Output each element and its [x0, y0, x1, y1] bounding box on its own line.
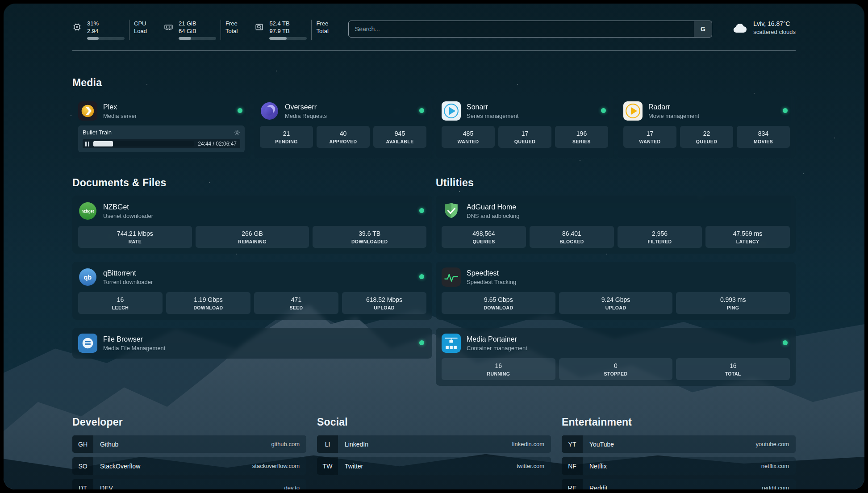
playback-bar: 24:44 / 02:06:47 — [83, 139, 240, 148]
section-title-developer: Developer — [72, 416, 306, 428]
bookmark-twitter[interactable]: TW Twitter twitter.com — [317, 457, 551, 475]
filebrowser-card[interactable]: File Browser Media File Management — [72, 328, 432, 359]
bookmark-abbr: YT — [562, 435, 583, 453]
adguard-icon — [442, 201, 461, 221]
gear-icon[interactable] — [234, 130, 240, 136]
bookmark-url: youtube.com — [756, 441, 789, 447]
service-desc: Series management — [467, 113, 518, 119]
radarr-card[interactable]: Radarr Movie management 17 WANTED 22 QUE… — [618, 96, 796, 158]
bookmark-url: netflix.com — [761, 463, 789, 469]
plex-status-dot — [238, 108, 242, 113]
memory-icon — [164, 22, 173, 40]
sonarr-card[interactable]: Sonarr Series management 485 WANTED 17 Q… — [436, 96, 614, 158]
bookmark-dev[interactable]: DT DEV dev.to — [72, 479, 306, 489]
playback-progress-track[interactable] — [93, 141, 194, 146]
stat-blocked: 86,401 BLOCKED — [530, 226, 614, 248]
bookmarks-section: Developer GH Github github.com SO StackO… — [72, 416, 796, 489]
stat-upload: 618.52 Mbps UPLOAD — [342, 292, 426, 314]
portainer-card[interactable]: Media Portainer Container management 16 … — [436, 328, 796, 386]
portainer-status-dot — [783, 340, 788, 345]
plex-titles: Plex Media server — [103, 103, 137, 119]
bookmark-reddit[interactable]: RE Reddit reddit.com — [562, 479, 796, 489]
bookmark-abbr: GH — [72, 435, 93, 453]
stat-download: 9.65 Gbps DOWNLOAD — [442, 292, 555, 314]
search-container: G — [348, 21, 712, 38]
sonarr-status-dot — [601, 108, 606, 113]
topbar-divider — [72, 50, 796, 51]
memory-total-value: 64 GiB — [179, 27, 216, 35]
overseerr-card[interactable]: Overseerr Media Requests 21 PENDING 40 A… — [254, 96, 432, 158]
cpu-usage-value: 31% — [87, 20, 125, 27]
service-name: qBittorrent — [103, 269, 153, 277]
media-card-grid: Plex Media server Bullet Train — [72, 96, 796, 158]
weather-text: Lviv, 16.87°C scattered clouds — [753, 20, 796, 35]
top-bar: 31% 2.94 CPU Load — [72, 20, 796, 40]
disk-total-value: 97.9 TB — [269, 27, 307, 35]
search-provider-button[interactable]: G — [694, 21, 712, 37]
bookmark-url: dev.to — [284, 485, 300, 489]
section-title-social: Social — [317, 416, 551, 428]
stat-download: 1.19 Gbps DOWNLOAD — [166, 292, 250, 314]
bookmark-url: github.com — [271, 441, 300, 447]
speedtest-card[interactable]: Speedtest Speedtest Tracking 9.65 Gbps D… — [436, 262, 796, 320]
service-desc: Media server — [103, 113, 137, 119]
cloud-icon — [732, 22, 748, 34]
portainer-titles: Media Portainer Container management — [467, 335, 527, 351]
qbittorrent-card[interactable]: qb qBittorrent Torrent downloader 16 LEE… — [72, 262, 432, 320]
qbittorrent-stats: 16 LEECH 1.19 Gbps DOWNLOAD 471 SEED 6 — [78, 292, 426, 314]
bookmark-github[interactable]: GH Github github.com — [72, 435, 306, 453]
radarr-status-dot — [783, 108, 788, 113]
bookmark-abbr: SO — [72, 457, 93, 475]
bookmark-url: reddit.com — [762, 485, 789, 489]
radarr-titles: Radarr Movie management — [648, 103, 699, 119]
service-name: AdGuard Home — [467, 203, 520, 211]
pause-icon[interactable] — [85, 142, 89, 146]
memory-progress-bar — [179, 37, 216, 40]
service-name: Plex — [103, 103, 137, 111]
weather-location: Lviv, 16.87°C — [753, 20, 796, 27]
overseerr-status-dot — [419, 108, 424, 113]
bookmark-abbr: NF — [562, 457, 583, 475]
bookmark-abbr: DT — [72, 479, 93, 489]
disk-progress-bar — [269, 37, 307, 40]
service-desc: Usenet downloader — [103, 213, 153, 219]
stat-leech: 16 LEECH — [78, 292, 163, 314]
nzbget-stats: 744.21 Mbps RATE 266 GB REMAINING 39.6 T… — [78, 226, 426, 248]
nzbget-card[interactable]: nzbget NZBGet Usenet downloader 744.21 M… — [72, 196, 432, 254]
service-desc: Container management — [467, 345, 527, 351]
stat-latency: 47.569 ms LATENCY — [705, 226, 790, 248]
adguard-card[interactable]: AdGuard Home DNS and adblocking 498,564 … — [436, 196, 796, 254]
bookmark-youtube[interactable]: YT YouTube youtube.com — [562, 435, 796, 453]
disk-free-value: 52.4 TB — [269, 20, 307, 27]
weather-widget[interactable]: Lviv, 16.87°C scattered clouds — [732, 20, 796, 35]
sonarr-titles: Sonarr Series management — [467, 103, 518, 119]
bookmark-stackoverflow[interactable]: SO StackOverflow stackoverflow.com — [72, 457, 306, 475]
bookmark-url: twitter.com — [517, 463, 544, 469]
stat-queries: 498,564 QUERIES — [442, 226, 526, 248]
service-name: Media Portainer — [467, 335, 527, 343]
disk-icon — [255, 22, 264, 40]
dashboard-content: 31% 2.94 CPU Load — [4, 4, 864, 489]
stat-stopped: 0 STOPPED — [559, 358, 673, 380]
bookmark-label: StackOverflow — [100, 463, 140, 470]
bookmark-group-developer: Developer GH Github github.com SO StackO… — [72, 416, 306, 489]
nzbget-icon-text: nzbget — [82, 209, 94, 213]
bookmark-group-entertainment: Entertainment YT YouTube youtube.com NF … — [562, 416, 796, 489]
bookmark-abbr: TW — [317, 457, 338, 475]
search-input[interactable] — [348, 21, 712, 38]
stat-approved: 40 APPROVED — [317, 126, 370, 148]
bookmark-label: Twitter — [345, 463, 363, 470]
resource-widgets: 31% 2.94 CPU Load — [72, 20, 329, 40]
bookmark-linkedin[interactable]: LI LinkedIn linkedin.com — [317, 435, 551, 453]
stat-pending: 21 PENDING — [260, 126, 313, 148]
stat-total: 16 TOTAL — [676, 358, 790, 380]
bookmark-netflix[interactable]: NF Netflix netflix.com — [562, 457, 796, 475]
service-name: Overseerr — [285, 103, 327, 111]
filebrowser-status-dot — [419, 340, 424, 345]
section-title-documents: Documents & Files — [72, 177, 432, 189]
disk-widget: 52.4 TB 97.9 TB Free Total — [255, 20, 328, 40]
cpu-labels: CPU Load — [129, 20, 147, 40]
plex-card[interactable]: Plex Media server Bullet Train — [72, 96, 250, 158]
stat-upload: 9.24 Gbps UPLOAD — [559, 292, 673, 314]
memory-labels: Free Total — [221, 20, 238, 40]
